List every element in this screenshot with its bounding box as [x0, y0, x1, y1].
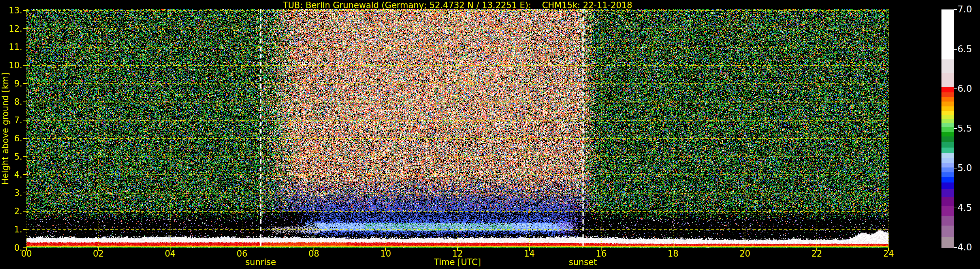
y-tick-label: 13. — [0, 6, 22, 15]
y-tick-label: 8. — [0, 97, 22, 107]
lidar-quicklook-figure: TUB: Berlin Grunewald (Germany; 52.4732 … — [0, 0, 980, 269]
y-tick-label: 6. — [0, 134, 22, 143]
x-tick-label: 22 — [811, 249, 822, 258]
colorbar-tick-label: 4.0 — [958, 243, 972, 252]
y-tick-mark — [23, 47, 27, 47]
y-tick-mark — [23, 65, 27, 65]
y-tick-mark — [23, 247, 27, 248]
colorbar-tick-mark — [954, 128, 957, 129]
x-tick-label: 20 — [739, 249, 750, 258]
colorbar-tick-label: 7.0 — [958, 5, 972, 14]
x-tick-label: 04 — [165, 249, 175, 258]
sunset-label: sunset — [569, 258, 597, 267]
y-tick-label: 10. — [0, 61, 22, 70]
x-tick-label: 02 — [93, 249, 103, 258]
y-tick-label: 5. — [0, 152, 22, 161]
y-tick-mark — [23, 229, 27, 230]
colorbar — [942, 10, 954, 248]
y-tick-mark — [23, 211, 27, 212]
lidar-heatmap-canvas — [27, 9, 889, 248]
colorbar-tick-label: 6.0 — [958, 84, 972, 94]
x-tick-label: 00 — [21, 249, 32, 258]
y-tick-mark — [23, 138, 27, 139]
plot-title: TUB: Berlin Grunewald (Germany; 52.4732 … — [27, 1, 889, 10]
y-tick-label: 3. — [0, 188, 22, 197]
y-tick-label: 12. — [0, 24, 22, 33]
colorbar-tick-label: 4.5 — [958, 203, 972, 213]
x-tick-label: 14 — [524, 249, 535, 258]
x-tick-label: 10 — [380, 249, 391, 258]
colorbar-tick-mark — [954, 89, 957, 89]
x-tick-label: 18 — [668, 249, 678, 258]
y-tick-mark — [23, 83, 27, 84]
y-tick-label: 4. — [0, 170, 22, 179]
x-tick-label: 06 — [236, 249, 247, 258]
colorbar-tick-mark — [954, 208, 957, 208]
y-tick-label: 0. — [0, 243, 22, 252]
y-tick-mark — [23, 193, 27, 193]
colorbar-tick-label: 5.5 — [958, 124, 972, 134]
y-tick-label: 11. — [0, 43, 22, 52]
x-tick-label: 16 — [596, 249, 606, 258]
y-tick-label: 7. — [0, 116, 22, 125]
colorbar-tick-mark — [954, 9, 957, 10]
colorbar-tick-label: 5.0 — [958, 163, 972, 173]
y-tick-mark — [23, 174, 27, 175]
y-tick-mark — [23, 120, 27, 121]
x-tick-label: 12 — [452, 249, 463, 258]
y-tick-mark — [23, 156, 27, 157]
sunrise-label: sunrise — [245, 258, 276, 267]
y-tick-label: 9. — [0, 79, 22, 88]
y-tick-mark — [23, 29, 27, 29]
colorbar-tick-label: 6.5 — [958, 45, 972, 54]
x-tick-label: 08 — [308, 249, 319, 258]
x-axis-title: Time [UTC] — [27, 258, 889, 267]
y-tick-mark — [23, 102, 27, 102]
y-tick-label: 2. — [0, 207, 22, 216]
colorbar-tick-mark — [954, 247, 957, 248]
x-tick-label: 24 — [883, 249, 894, 258]
y-tick-label: 1. — [0, 225, 22, 234]
colorbar-tick-mark — [954, 49, 957, 49]
y-tick-mark — [23, 10, 27, 11]
colorbar-tick-mark — [954, 168, 957, 169]
